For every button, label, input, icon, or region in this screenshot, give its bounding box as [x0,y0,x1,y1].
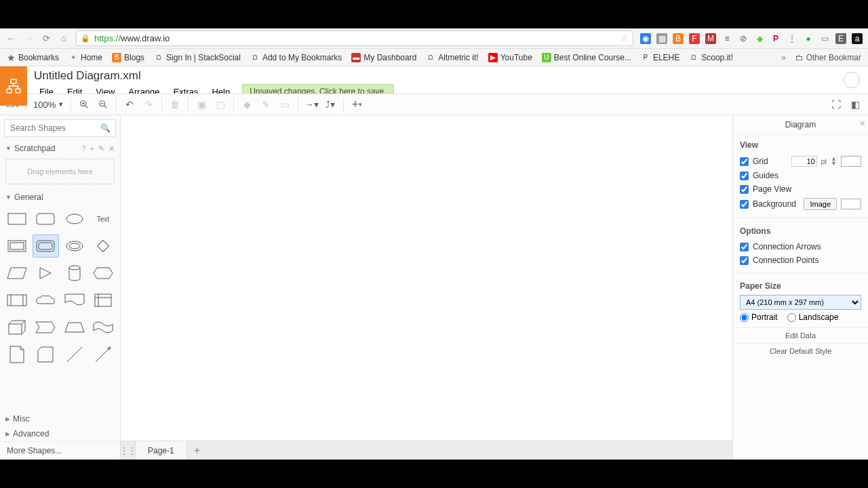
shape-document[interactable] [62,289,87,312]
shape-trapezoid[interactable] [62,316,87,339]
ext-icon[interactable]: ⋮ [787,33,797,44]
shape-tape[interactable] [90,316,116,339]
home-button[interactable]: ⌂ [58,33,69,43]
shape-cube[interactable] [4,316,30,339]
shape-card[interactable] [33,343,58,366]
ext-icon[interactable]: ▦ [656,33,667,44]
zoom-in-icon[interactable] [75,96,93,113]
ext-icon[interactable]: ≡ [722,33,732,44]
page-tab[interactable]: Page-1 [136,441,187,460]
ext-icon[interactable]: B [673,33,684,44]
undo-icon[interactable]: ↶ [121,96,138,113]
bookmark-item[interactable]: ✦Home [68,53,102,62]
shape-diamond[interactable] [90,235,116,258]
bookmark-item[interactable]: ▶YouTube [488,53,532,62]
share-button[interactable] [844,72,860,88]
conn-arrows-checkbox[interactable] [740,243,749,251]
add-page-button[interactable]: + [187,441,208,460]
to-back-icon: ▢ [212,96,229,113]
ext-icon[interactable]: ⊘ [738,33,749,44]
advanced-header[interactable]: ▶Advanced [0,426,120,441]
portrait-radio[interactable]: Portrait [740,312,778,322]
ext-icon[interactable]: a [852,33,863,44]
star-icon[interactable]: ☆ [620,33,629,43]
shape-double-ellipse[interactable] [62,235,87,258]
search-icon[interactable]: 🔍 [100,123,111,133]
zoom-level[interactable]: 100% ▼ [31,100,66,110]
connection-icon[interactable]: →▾ [302,96,320,113]
shape-line[interactable] [62,343,87,366]
paper-size-select[interactable]: A4 (210 mm x 297 mm) [740,295,861,310]
shape-process[interactable] [4,289,30,312]
shape-cylinder[interactable] [62,262,87,285]
bookmark-item[interactable]: BBlogs [112,53,144,62]
general-header[interactable]: ▼General [0,190,120,205]
shape-parallelogram[interactable] [4,262,30,285]
bookmark-item[interactable]: PELEHE [641,53,679,62]
guides-checkbox[interactable] [740,171,749,180]
shape-rectangle[interactable] [4,207,30,230]
search-shapes-input[interactable] [4,119,116,137]
shape-hexagon[interactable] [90,262,116,285]
waypoint-icon[interactable]: ⤴▾ [321,96,339,113]
bookmark-item[interactable]: ★Bookmarks [7,52,59,63]
close-icon[interactable]: ✕ [859,119,865,128]
zoom-out-icon[interactable] [94,96,112,113]
app-logo[interactable] [0,66,27,106]
ext-icon[interactable]: F [689,33,700,44]
edit-icon[interactable]: ✎ [98,144,104,153]
clear-style-link[interactable]: Clear Default Style [770,347,832,355]
shape-note[interactable] [4,343,30,366]
ext-icon[interactable]: ◆ [754,33,765,44]
shape-step[interactable] [33,316,58,339]
shape-ellipse[interactable] [62,207,87,230]
background-image-button[interactable]: Image [804,198,837,210]
reload-button[interactable]: ⟳ [41,33,52,43]
more-shapes-link[interactable]: More Shapes... [0,441,120,460]
shape-double-rounded-rect[interactable] [33,235,58,258]
bookmark-item[interactable]: UBest Online Course... [542,53,631,62]
other-bookmarks[interactable]: 🗀Other Bookmar [795,53,861,62]
ext-icon[interactable]: ● [803,33,814,44]
svg-rect-6 [37,214,54,224]
misc-header[interactable]: ▶Misc [0,411,120,426]
shape-arrow-line[interactable] [90,343,116,366]
shape-rounded-rect[interactable] [33,207,58,230]
ext-icon[interactable]: ◉ [640,33,651,44]
pinterest-icon[interactable]: P [770,33,781,44]
bookmark-item[interactable]: 🗋Scoop.it! [689,53,733,62]
scratchpad-dropzone[interactable]: Drag elements here [5,159,115,184]
bookmark-item[interactable]: 🗋Altmetric it! [426,53,478,62]
bookmark-item[interactable]: 🗋Add to My Bookmarks [250,53,342,62]
help-icon[interactable]: ? [81,144,85,153]
shape-cloud[interactable] [33,289,58,312]
landscape-radio[interactable]: Landscape [787,312,839,322]
fullscreen-icon[interactable]: ⛶ [827,96,845,113]
grid-checkbox[interactable] [740,157,749,166]
page-tab-menu[interactable]: ⋮⋮ [121,441,136,460]
back-button[interactable]: ← [5,33,16,43]
format-panel-icon[interactable]: ◧ [846,96,864,113]
background-color-swatch[interactable] [841,199,861,209]
grid-size-input[interactable] [791,156,817,167]
pageview-checkbox[interactable] [740,185,749,194]
background-checkbox[interactable] [740,200,749,209]
edit-data-link[interactable]: Edit Data [785,331,816,340]
conn-points-checkbox[interactable] [740,256,749,265]
bookmark-item[interactable]: 🗋Sign In | StackSocial [154,53,241,62]
shape-text[interactable]: Text [90,207,116,230]
bookmark-item[interactable]: ▬My Dashboard [351,53,416,62]
shape-internal-storage[interactable] [90,289,116,312]
document-title[interactable]: Untitled Diagram.xml [34,69,844,83]
grid-color-swatch[interactable] [841,156,861,167]
scratchpad-header[interactable]: ▼Scratchpad ?+✎✕ [0,141,120,156]
add-icon[interactable]: + [90,144,94,153]
insert-icon[interactable]: +▾ [348,96,366,113]
close-icon[interactable]: ✕ [108,144,115,153]
address-bar[interactable]: 🔒 https://www.draw.io ☆ [76,30,633,46]
shape-triangle[interactable] [33,262,58,285]
shape-double-rect[interactable] [4,235,30,258]
ext-icon[interactable]: M [705,33,716,44]
ext-icon[interactable]: ▭ [819,33,830,44]
ext-icon[interactable]: E [835,33,846,44]
